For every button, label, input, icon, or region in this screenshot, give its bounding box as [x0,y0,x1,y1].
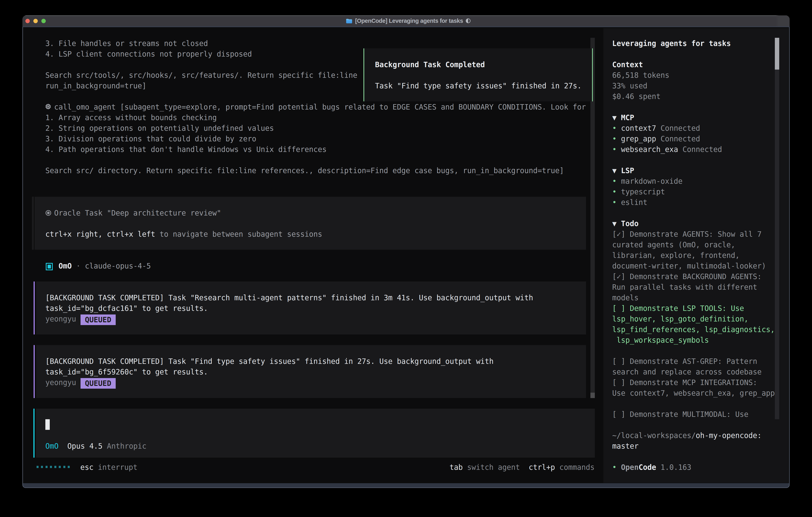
text-segment: lsp_find_references, lsp_diagnostics, [612,325,775,334]
text-segment: Connected [661,135,700,143]
text-segment: OmO [46,442,59,451]
text-segment: Search src/ directory. Return specific f… [46,166,564,175]
target-icon [46,208,50,218]
sidebar-row: Leveraging agents for tasks [612,38,731,49]
sidebar-row: Run parallel tasks with different [612,282,757,293]
text-segment: · [76,262,81,270]
sidebar-row: 66,518 tokens [612,70,669,81]
sidebar-row: lsp_hover, lsp_goto_definition, [612,314,749,324]
window-footer-strip [22,483,790,488]
text-segment: to navigate between subagent sessions [155,230,322,239]
text-segment: Leveraging agents for tasks [612,39,731,48]
close-button[interactable] [25,19,30,23]
text-segment: ] Demonstrate BACKGROUND AGENTS: [621,272,762,281]
sidebar-row: • grep_app Connected [612,134,700,144]
transcript-row: Search src/tools/, src/hooks/, src/featu… [46,70,586,81]
zoom-button[interactable] [41,19,46,23]
text-segment: tab [450,463,463,472]
input-box-border [33,409,35,458]
text-segment: grep_app [621,135,656,143]
sidebar-row: [✓] Demonstrate AGENTS: Show all 7 [612,229,762,240]
oracle-panel-row: Oracle Task "Deep architecture review" [46,208,221,218]
sidebar-row: master [612,441,639,452]
text-segment [617,145,621,154]
text-segment: [BACKGROUND TASK COMPLETED] Task "Resear… [46,294,533,302]
text-segment: ctrl+p [529,463,555,472]
sidebar-row: [ ] Demonstrate AST-GREP: Pattern [612,356,757,366]
text-segment: MCP [621,113,634,122]
sidebar-row: [ ] Demonstrate MCP INTEGRATIONS: [612,377,757,388]
sidebar-scrollbar-thumb[interactable] [775,38,779,70]
text-segment: 4. LSP client connections not properly d… [46,50,252,58]
sidebar-section-header[interactable]: ▼ Todo [612,218,639,229]
sidebar-row: models [612,293,639,303]
text-segment [656,124,661,133]
text-segment: [ ] Demonstrate LSP TOOLS: Use [612,304,744,313]
sidebar-row: curated agents (OmO, oracle, [612,240,735,250]
text-segment: 2. String operations on potentially unde… [46,124,274,133]
oracle-panel-row: ctrl+x right, ctrl+x left to navigate be… [46,229,322,240]
text-segment [656,135,661,143]
text-segment [617,463,621,472]
input-model-row: OmO Opus 4.5 Anthropic [46,441,146,452]
spinner-dot [54,466,56,468]
transcript-row: 1. Array access without bounds checking [46,112,586,123]
text-segment [617,198,621,207]
text-segment: Connected [683,145,722,154]
transcript-row: 4. LSP client connections not properly d… [46,49,586,59]
transcript-row: 3. Division operations that could divide… [46,134,586,144]
text-segment [54,262,59,270]
status-right: tab switch agent ctrl+p commands [450,462,594,472]
task-box-row: yeongyu QUEUED [46,314,116,324]
text-segment [59,442,67,451]
checkmark-icon: ✓ [617,271,621,282]
text-segment: call_omo_agent [subagent_type=explore, p… [54,103,586,111]
sidebar-row: search and replace across codebase [612,366,762,377]
spinner-dot [59,466,61,468]
window-title: [OpenCode] Leveraging agents for tasks [355,18,463,24]
text-segment: ctrl+x right, ctrl+x left [46,230,155,239]
screen: [OpenCode] Leveraging agents for tasks 3… [0,0,812,517]
text-segment [617,135,621,143]
task-box-row: [BACKGROUND TASK COMPLETED] Task "Resear… [46,293,533,303]
sidebar-row: librarian, explore, frontend, [612,250,740,261]
text-segment [656,463,661,472]
sidebar-row: 33% used [612,81,647,91]
text-segment [617,188,621,196]
task-box-row: task_id="bg_dcfac161" to get results. [46,303,208,314]
transcript-row: 2. String operations on potentially unde… [46,123,586,134]
task-box-2-border [34,345,35,398]
text-segment: oh-my-opencode: [696,431,762,440]
status-badge: QUEUED [81,315,116,325]
sidebar-section-header[interactable]: ▼ LSP [612,165,634,176]
sidebar-row: [ ] Demonstrate MULTIMODAL: Use [612,409,749,419]
task-box-row: yeongyu QUEUED [46,377,116,388]
text-segment: librarian, explore, frontend, [612,251,740,260]
minimize-button[interactable] [33,19,38,23]
text-segment: models [612,294,639,302]
sidebar-row: lsp_find_references, lsp_diagnostics, [612,324,775,335]
text-segment: 33% used [612,82,647,90]
sidebar-row: • eslint [612,197,647,208]
spinner-dot [36,466,38,468]
sidebar-section-header[interactable]: ▼ MCP [612,112,634,123]
gear-icon [46,102,50,112]
text-segment: 3. Division operations that could divide… [46,135,256,143]
task-box-row: task_id="bg_6f59260c" to get results. [46,366,208,377]
chat-scrollbar-thumb[interactable] [590,393,595,398]
oracle-panel-border [32,197,34,250]
text-segment [617,124,621,133]
text-segment: 4. Path operations that don't handle Win… [46,145,327,154]
text-segment [81,262,85,270]
sidebar-row: Context [612,59,643,70]
spinner-dot [50,466,52,468]
text-segment: Connected [661,124,700,133]
text-segment: task_id="bg_dcfac161" to get results. [46,304,208,313]
text-segment: [ ] Demonstrate MCP INTEGRATIONS: [612,378,757,387]
text-segment: Use context7, websearch_exa, grep_app [612,389,775,398]
transcript-row: Search src/ directory. Return specific f… [46,165,586,176]
sidebar-row: • OpenCode 1.0.163 [612,462,691,472]
text-segment: Open [621,463,639,472]
text-segment: master [612,442,639,451]
titlebar[interactable]: [OpenCode] Leveraging agents for tasks [22,16,790,26]
